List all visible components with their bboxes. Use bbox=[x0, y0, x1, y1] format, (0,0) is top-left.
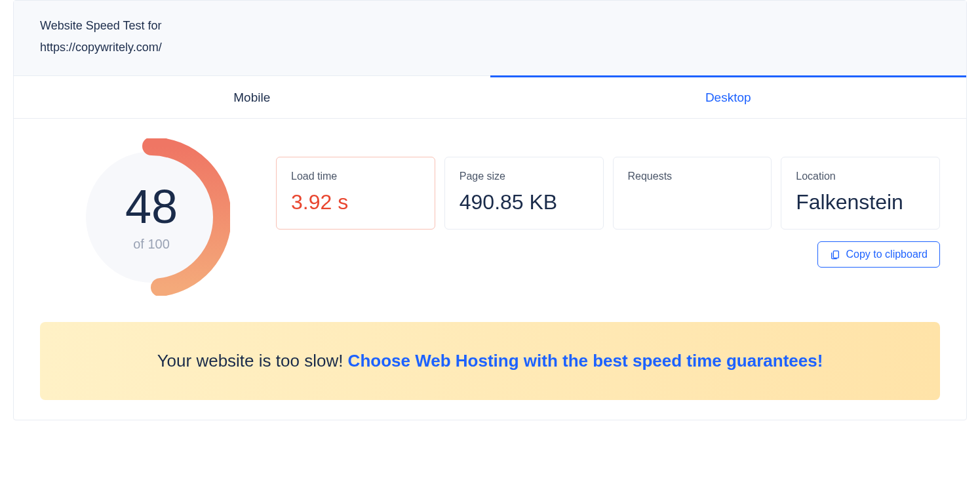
banner-cta-link[interactable]: Choose Web Hosting with the best speed t… bbox=[348, 351, 823, 371]
tab-mobile[interactable]: Mobile bbox=[14, 76, 490, 118]
copy-to-clipboard-button[interactable]: Copy to clipboard bbox=[817, 241, 940, 268]
stat-cards: Load time 3.92 s Page size 490.85 KB Req… bbox=[276, 138, 940, 268]
stat-load-time-label: Load time bbox=[291, 171, 420, 182]
score-gauge-wrap: 48 of 100 bbox=[40, 138, 263, 296]
tab-desktop-label: Desktop bbox=[705, 90, 751, 104]
stat-load-time-value: 3.92 s bbox=[291, 190, 420, 214]
score-value: 48 bbox=[125, 183, 178, 230]
metrics-row: 48 of 100 Load time 3.92 s Page size 490… bbox=[40, 138, 940, 296]
copy-button-label: Copy to clipboard bbox=[846, 249, 928, 260]
stat-location: Location Falkenstein bbox=[781, 157, 940, 230]
header-title: Website Speed Test for bbox=[40, 19, 940, 33]
header-url: https://copywritely.com/ bbox=[40, 41, 940, 54]
stat-requests: Requests bbox=[613, 157, 772, 230]
stat-location-value: Falkenstein bbox=[796, 190, 925, 214]
results-card: Website Speed Test for https://copywrite… bbox=[13, 0, 967, 420]
stat-page-size-value: 490.85 KB bbox=[460, 190, 589, 214]
stat-load-time: Load time 3.92 s bbox=[276, 157, 435, 230]
stat-requests-label: Requests bbox=[628, 171, 757, 182]
stat-location-label: Location bbox=[796, 171, 925, 182]
clipboard-icon bbox=[830, 249, 840, 260]
tab-mobile-label: Mobile bbox=[233, 90, 270, 104]
svg-rect-2 bbox=[834, 251, 839, 258]
device-tabs: Mobile Desktop bbox=[14, 76, 966, 119]
score-outof: of 100 bbox=[133, 237, 170, 252]
results-content: 48 of 100 Load time 3.92 s Page size 490… bbox=[14, 119, 966, 420]
score-gauge: 48 of 100 bbox=[73, 138, 230, 296]
card-header: Website Speed Test for https://copywrite… bbox=[14, 1, 966, 76]
stat-page-size: Page size 490.85 KB bbox=[444, 157, 604, 230]
tab-desktop[interactable]: Desktop bbox=[490, 76, 967, 118]
slow-warning-banner: Your website is too slow! Choose Web Hos… bbox=[40, 322, 940, 400]
stat-page-size-label: Page size bbox=[460, 171, 589, 182]
banner-intro-text: Your website is too slow! bbox=[157, 351, 348, 371]
